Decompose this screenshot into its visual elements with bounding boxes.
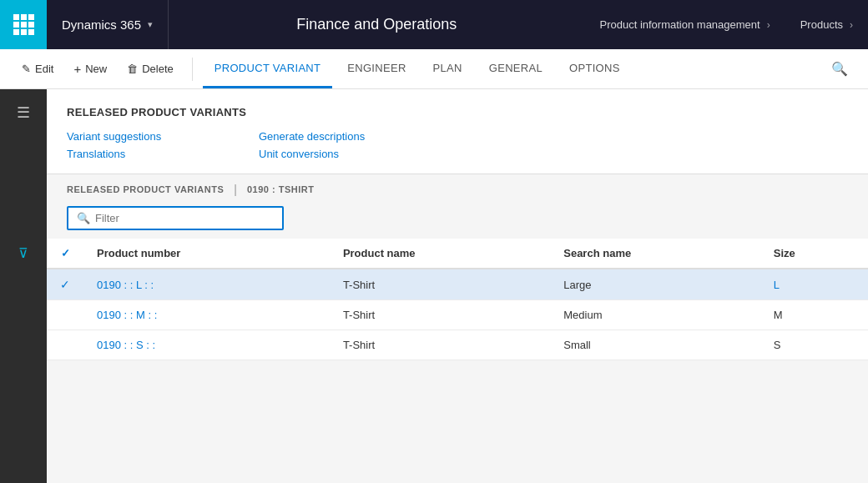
row-2-search-name: Medium — [550, 300, 760, 330]
app-launcher[interactable] — [0, 0, 47, 49]
row-3-product-name: T-Shirt — [330, 330, 550, 360]
main-content: ☰ ⊽ RELEASED PRODUCT VARIANTS Variant su… — [0, 89, 868, 483]
filter-input-wrap: 🔍 — [67, 206, 284, 230]
row-1-search-name: Large — [550, 269, 760, 300]
edit-button[interactable]: ✎ Edit — [13, 58, 62, 79]
hamburger-menu[interactable]: ☰ — [7, 96, 40, 129]
row-1-size[interactable]: L — [760, 269, 868, 300]
hamburger-icon: ☰ — [17, 103, 30, 122]
top-nav: Dynamics 365 ▾ Finance and Operations Pr… — [0, 0, 868, 49]
table-row[interactable]: 0190 : : M : : T-Shirt Medium M — [47, 300, 868, 330]
tab-engineer[interactable]: ENGINEER — [336, 49, 417, 88]
col-product-name[interactable]: Product name — [330, 239, 550, 269]
tab-general[interactable]: GENERAL — [477, 49, 554, 88]
toolbar-separator — [192, 58, 193, 81]
grid-header: RELEASED PRODUCT VARIANTS | 0190 : TSHIR… — [47, 174, 868, 203]
product-info-chevron: › — [767, 19, 770, 31]
grid-breadcrumb-sep: | — [234, 183, 237, 196]
delete-label: Delete — [142, 63, 174, 75]
row-2-size: M — [760, 300, 868, 330]
row-3-size: S — [760, 330, 868, 360]
tab-plan[interactable]: PLAN — [421, 49, 474, 88]
finance-ops-label: Finance and Operations — [296, 16, 457, 33]
data-table: ✓ Product number Product name Search nam… — [47, 239, 868, 483]
tab-product-variant-label: PRODUCT VARIANT — [214, 62, 321, 74]
tab-options[interactable]: OPTIONS — [558, 49, 632, 88]
check-icon: ✓ — [60, 278, 70, 291]
filter-search-icon: 🔍 — [77, 212, 90, 224]
rpv-title: RELEASED PRODUCT VARIANTS — [67, 106, 848, 118]
products-label: Products — [800, 18, 843, 31]
grid-section: RELEASED PRODUCT VARIANTS | 0190 : TSHIR… — [47, 174, 868, 483]
table-row[interactable]: ✓ 0190 : : L : : T-Shirt Large L — [47, 269, 868, 300]
toolbar: ✎ Edit + New 🗑 Delete PRODUCT VARIANT EN… — [0, 49, 868, 89]
col-product-number[interactable]: Product number — [83, 239, 330, 269]
search-button[interactable]: 🔍 — [825, 57, 855, 81]
delete-icon: 🗑 — [127, 63, 138, 75]
new-button[interactable]: + New — [65, 58, 115, 80]
filter-container: 🔍 — [47, 203, 868, 239]
tab-plan-label: PLAN — [433, 62, 462, 74]
search-icon: 🔍 — [831, 62, 848, 76]
table-row[interactable]: 0190 : : S : : T-Shirt Small S — [47, 330, 868, 360]
grid-breadcrumb-2: 0190 : TSHIRT — [247, 184, 314, 194]
finance-ops-nav[interactable]: Finance and Operations — [169, 0, 584, 49]
variant-suggestions-link[interactable]: Variant suggestions — [67, 130, 225, 143]
row-3-check — [47, 330, 83, 360]
check-header-icon: ✓ — [61, 247, 70, 259]
row-1-product-number[interactable]: 0190 : : L : : — [83, 269, 330, 300]
generate-descriptions-link[interactable]: Generate descriptions — [259, 130, 417, 143]
dynamics-365-label: Dynamics 365 — [62, 18, 141, 32]
row-1-check: ✓ — [47, 269, 83, 300]
translations-link[interactable]: Translations — [67, 148, 225, 160]
edit-icon: ✎ — [22, 63, 31, 75]
filter-input[interactable] — [95, 212, 274, 224]
dynamics-365-nav[interactable]: Dynamics 365 ▾ — [47, 0, 169, 49]
sidebar: ☰ ⊽ — [0, 89, 47, 483]
unit-conversions-link[interactable]: Unit conversions — [259, 148, 417, 160]
product-info-label: Product information management — [599, 18, 760, 31]
new-icon: + — [73, 62, 81, 76]
col-search-name[interactable]: Search name — [550, 239, 760, 269]
row-1-product-name: T-Shirt — [330, 269, 550, 300]
filter-icon: ⊽ — [18, 245, 28, 261]
col-check: ✓ — [47, 239, 83, 269]
products-nav[interactable]: Products › — [785, 0, 868, 49]
row-2-check — [47, 300, 83, 330]
page-body: RELEASED PRODUCT VARIANTS Variant sugges… — [47, 89, 868, 483]
rpv-links: Variant suggestions Generate description… — [67, 130, 417, 160]
delete-button[interactable]: 🗑 Delete — [119, 58, 182, 79]
row-3-search-name: Small — [550, 330, 760, 360]
grid-breadcrumb-1: RELEASED PRODUCT VARIANTS — [67, 184, 224, 194]
tab-engineer-label: ENGINEER — [347, 62, 406, 74]
rpv-section: RELEASED PRODUCT VARIANTS Variant sugges… — [47, 89, 868, 174]
new-label: New — [85, 63, 107, 75]
col-size[interactable]: Size — [760, 239, 868, 269]
table-header-row: ✓ Product number Product name Search nam… — [47, 239, 868, 269]
tab-product-variant[interactable]: PRODUCT VARIANT — [203, 49, 333, 88]
row-2-product-name: T-Shirt — [330, 300, 550, 330]
tab-options-label: OPTIONS — [569, 62, 620, 74]
tab-general-label: GENERAL — [489, 62, 542, 74]
dynamics-365-chevron: ▾ — [148, 19, 153, 30]
row-2-product-number[interactable]: 0190 : : M : : — [83, 300, 330, 330]
product-info-nav[interactable]: Product information management › — [584, 0, 785, 49]
edit-label: Edit — [35, 63, 53, 75]
filter-button[interactable]: ⊽ — [7, 236, 40, 269]
products-chevron: › — [850, 19, 853, 31]
row-3-product-number[interactable]: 0190 : : S : : — [83, 330, 330, 360]
